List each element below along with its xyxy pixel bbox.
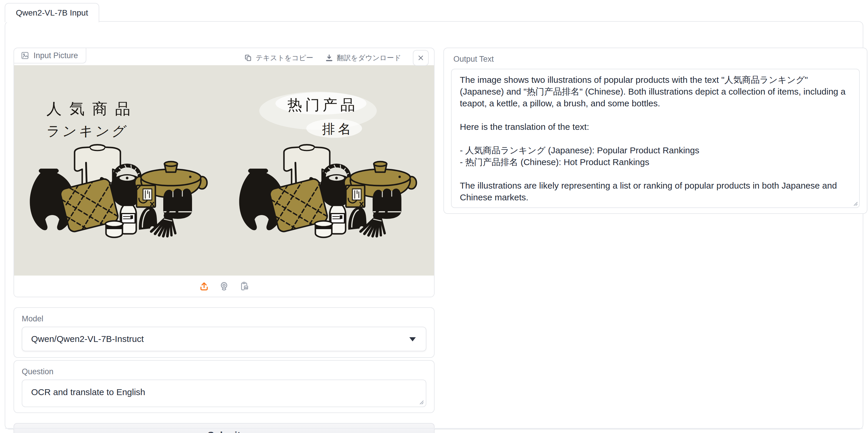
- input-picture-label: Input Picture: [14, 48, 86, 63]
- close-icon: [417, 54, 425, 62]
- webcam-icon: [219, 281, 229, 291]
- model-dropdown-value: Qwen/Qwen2-VL-7B-Instruct: [31, 334, 144, 344]
- product-illustration-chinese: 热门产品 排名: [224, 65, 433, 276]
- model-dropdown[interactable]: Qwen/Qwen2-VL-7B-Instruct: [22, 327, 426, 351]
- chinese-title-line2: 排名: [322, 122, 354, 136]
- image-source-bar: [14, 276, 434, 297]
- japanese-title-line1: 人気商品: [46, 100, 138, 118]
- tab-panel: Input Picture テキストをコピー 翻訳をダウンロード: [5, 21, 863, 430]
- tab-label: Qwen2-VL-7B Input: [16, 8, 88, 18]
- output-textarea[interactable]: The image shows two illustrations of pop…: [451, 69, 860, 208]
- webcam-button[interactable]: [219, 281, 229, 291]
- upload-icon: [199, 281, 209, 291]
- japanese-title-line2: ランキング: [45, 123, 130, 139]
- download-icon: [325, 54, 333, 62]
- submit-label: Submit: [208, 430, 241, 433]
- download-translation-button[interactable]: 翻訳をダウンロード: [325, 53, 401, 63]
- app-window: Qwen2-VL-7B Input Input Picture: [0, 0, 868, 433]
- page-bottom-divider: [5, 428, 863, 429]
- image-toolbar: テキストをコピー 翻訳をダウンロード: [244, 50, 429, 66]
- copy-icon: [244, 54, 252, 62]
- question-group: Question OCR and translate to English: [13, 360, 435, 413]
- copy-text-button[interactable]: テキストをコピー: [244, 53, 313, 63]
- chinese-title-line1: 热门产品: [287, 97, 358, 113]
- resize-handle-icon[interactable]: [852, 200, 858, 207]
- output-label: Output Text: [454, 55, 494, 64]
- question-label: Question: [22, 367, 54, 376]
- copy-text-label: テキストをコピー: [256, 53, 313, 63]
- upload-button[interactable]: [199, 281, 209, 291]
- clipboard-image-icon: [239, 281, 249, 291]
- resize-handle-icon[interactable]: [418, 399, 424, 405]
- model-group: Model Qwen/Qwen2-VL-7B-Instruct: [13, 307, 435, 358]
- question-input-value: OCR and translate to English: [31, 387, 145, 397]
- uploaded-image[interactable]: 人気商品 ランキング 热门产品 排名: [14, 65, 434, 276]
- paste-clipboard-button[interactable]: [239, 281, 249, 291]
- question-input[interactable]: OCR and translate to English: [22, 379, 426, 407]
- clear-image-button[interactable]: [413, 50, 429, 66]
- input-image-component: Input Picture テキストをコピー 翻訳をダウンロード: [13, 48, 435, 297]
- chevron-down-icon: [409, 337, 416, 341]
- product-illustration-japanese: 人気商品 ランキング: [15, 65, 224, 276]
- model-label: Model: [22, 314, 43, 323]
- tab-qwen2-vl-7b-input[interactable]: Qwen2-VL-7B Input: [5, 3, 99, 22]
- picture-icon: [21, 51, 29, 60]
- output-group: Output Text The image shows two illustra…: [443, 48, 867, 214]
- input-picture-label-text: Input Picture: [33, 51, 78, 60]
- download-translation-label: 翻訳をダウンロード: [337, 53, 401, 63]
